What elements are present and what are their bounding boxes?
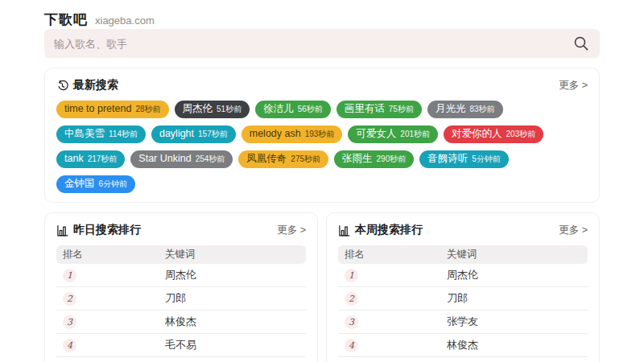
search-tag-text: daylight [159,128,194,139]
table-row[interactable]: 5 陈奕迅 [56,357,306,362]
search-tag-text: 对爱你的人 [452,128,502,139]
site-header: 下歌吧 xiageba.com [44,0,600,28]
search-tag-time: 56秒前 [298,104,323,115]
search-tag-text: tank [64,153,84,164]
week-ranking-panel: 本周搜索排行 更多 > 排名 关键词 1 周杰伦 [326,212,600,362]
search-tag-text: 金钟国 [64,178,95,189]
yesterday-ranking-title: 昨日搜索排行 [73,223,141,237]
yesterday-ranking-header: 昨日搜索排行 更多 > [56,223,306,237]
search-tag[interactable]: time to pretend 28秒前 [56,101,169,118]
rank-badge: 2 [345,292,358,306]
keyword-cell: 林俊杰 [447,338,588,352]
rank-badge: 1 [63,269,76,282]
latest-searches-title: 最新搜索 [73,78,118,93]
week-more-link[interactable]: 更多 > [559,224,588,237]
search-tag-time: 201秒前 [400,129,430,140]
search-tag[interactable]: 月光光 83秒前 [427,101,503,118]
keyword-cell: 刀郎 [165,291,306,306]
keyword-column-header: 关键词 [165,248,306,261]
search-tag[interactable]: 画里有话 75秒前 [336,101,422,118]
search-tag[interactable]: 中島美雪 114秒前 [56,125,146,143]
search-tag[interactable]: 对爱你的人 203秒前 [444,125,543,143]
search-tag-text: melody ash [250,128,301,139]
search-tag[interactable]: 张雨生 290秒前 [334,150,414,168]
latest-tags-list: time to pretend 28秒前 周杰伦 51秒前 徐洁儿 56秒前 画… [56,101,588,193]
search-tag[interactable]: tank 217秒前 [56,150,125,168]
search-input[interactable] [54,38,572,50]
table-row[interactable]: 2 刀郎 [338,287,588,311]
search-tag[interactable]: 可爱女人 201秒前 [348,125,438,143]
yesterday-more-link[interactable]: 更多 > [277,224,306,237]
search-tag-time: 193秒前 [305,129,335,140]
search-tag[interactable]: 金钟国 6分钟前 [56,175,135,193]
rank-badge: 4 [345,339,358,352]
search-tag-text: time to pretend [64,103,131,114]
search-tag-time: 157秒前 [198,129,228,140]
week-ranking-title: 本周搜索排行 [355,223,423,237]
rank-badge: 1 [345,269,358,282]
search-tag-text: 张雨生 [342,153,373,164]
yesterday-table-body: 1 周杰伦 2 刀郎 3 [56,264,306,362]
table-row[interactable]: 4 毛不易 [56,334,306,357]
rank-badge: 4 [63,339,76,352]
search-tag-time: 203秒前 [506,129,536,140]
search-tag-text: 音阙诗听 [427,153,468,164]
site-logo[interactable]: 下歌吧 [44,10,88,29]
table-row[interactable]: 4 林俊杰 [338,334,588,357]
history-icon [56,80,68,92]
search-tag-text: Star Unkind [138,153,191,164]
latest-searches-title-group: 最新搜索 [56,78,118,93]
week-ranking-title-group: 本周搜索排行 [338,223,423,237]
search-tag[interactable]: melody ash 193秒前 [242,125,343,143]
search-tag[interactable]: 音阙诗听 5分钟前 [419,150,509,168]
search-tag-time: 75秒前 [389,104,414,115]
search-tag-time: 6分钟前 [99,179,128,190]
keyword-cell: 张学友 [447,315,588,329]
latest-more-link[interactable]: 更多 > [559,79,588,93]
search-bar [44,29,600,58]
search-tag-text: 可爱女人 [356,128,396,139]
table-row[interactable]: 1 周杰伦 [56,264,306,287]
search-tag-time: 51秒前 [217,104,242,115]
search-tag-time: 5分钟前 [472,154,501,165]
week-ranking-header: 本周搜索排行 更多 > [338,223,588,237]
rank-badge: 2 [63,292,76,306]
keyword-cell: 林俊杰 [165,315,306,329]
search-tag-time: 28秒前 [135,104,160,115]
yesterday-ranking-title-group: 昨日搜索排行 [56,223,141,237]
table-row[interactable]: 1 周杰伦 [338,264,588,287]
search-tag-time: 275秒前 [291,154,320,165]
rank-badge: 3 [63,315,76,329]
keyword-cell: 周杰伦 [165,268,306,282]
site-domain: xiageba.com [95,14,155,27]
rank-badge: 3 [345,315,358,329]
search-tag[interactable]: daylight 157秒前 [151,125,236,143]
latest-searches-panel: 最新搜索 更多 > time to pretend 28秒前 周杰伦 51秒前 … [44,68,600,203]
week-table-header: 排名 关键词 [338,245,588,264]
yesterday-ranking-panel: 昨日搜索排行 更多 > 排名 关键词 1 周杰伦 [44,212,318,362]
search-tag-text: 凤凰传奇 [246,153,287,164]
search-tag-text: 画里有话 [345,103,385,114]
table-row[interactable]: 5 毛不易 [338,357,588,362]
search-tag-text: 月光光 [436,103,466,114]
table-row[interactable]: 3 张学友 [338,311,588,334]
keyword-cell: 毛不易 [165,338,306,352]
search-icon[interactable] [572,35,590,52]
keyword-cell: 周杰伦 [447,268,588,282]
bar-chart-icon [338,224,350,237]
rank-column-header: 排名 [338,248,447,261]
search-tag[interactable]: 凤凰传奇 275秒前 [238,150,328,168]
yesterday-table-header: 排名 关键词 [56,245,306,264]
search-tag-text: 徐洁儿 [263,103,294,114]
search-tag-time: 254秒前 [196,154,225,165]
search-tag[interactable]: Star Unkind 254秒前 [130,150,233,168]
search-tag-text: 中島美雪 [64,128,105,139]
rank-column-header: 排名 [56,248,165,261]
search-tag[interactable]: 徐洁儿 56秒前 [255,101,331,118]
table-row[interactable]: 3 林俊杰 [56,311,306,334]
search-tag[interactable]: 周杰伦 51秒前 [175,101,250,118]
ranking-tables: 昨日搜索排行 更多 > 排名 关键词 1 周杰伦 [44,212,600,362]
table-row[interactable]: 2 刀郎 [56,287,306,311]
keyword-cell: 刀郎 [447,291,588,306]
search-tag-text: 周杰伦 [183,103,213,114]
